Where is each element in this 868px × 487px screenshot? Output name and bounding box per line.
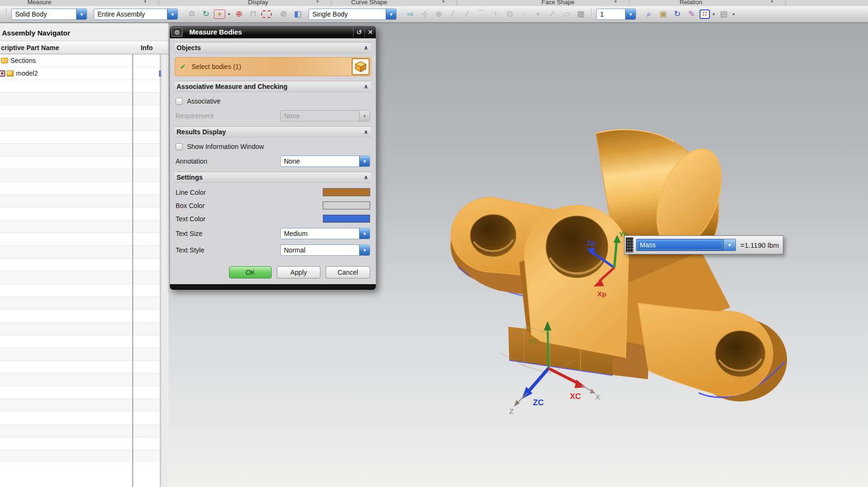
selection-scope-combo[interactable]: Single Body▾ (309, 9, 397, 20)
chevron-down-icon[interactable]: ▾ (386, 9, 396, 19)
scope-filter-combo-value[interactable]: Entire Assembly (94, 9, 167, 19)
eraser-brush-icon[interactable]: ✎ (685, 9, 698, 20)
text-color-swatch[interactable] (323, 215, 370, 223)
collapse-chevron-icon[interactable]: ∧ (363, 83, 369, 90)
ribbon-group-relation[interactable]: Relation▾ (629, 0, 786, 6)
column-divider[interactable] (133, 54, 133, 487)
associative-checkbox[interactable] (176, 98, 183, 105)
tree-row-label[interactable]: model2 (16, 70, 38, 77)
snap-face-icon[interactable]: ▱ (560, 9, 573, 20)
ribbon-group-face-shape[interactable]: Face Shape▾ (457, 0, 629, 6)
tree-column-header[interactable]: criptive Part Name Info (0, 41, 168, 54)
snap-pole-icon[interactable]: ↑ (489, 9, 502, 20)
show-info-window-checkbox[interactable] (176, 143, 183, 150)
text-style-dropdown[interactable]: Normal ▾ (280, 244, 370, 256)
wcs-yc-label: YC (528, 337, 538, 345)
scope-filter-combo[interactable]: Entire Assembly▾ (94, 9, 178, 20)
close-icon[interactable]: ✕ (364, 27, 376, 37)
snap-enable-arrow-icon[interactable]: ⇨ (404, 9, 416, 20)
layer-combo-value[interactable]: 1 (597, 9, 625, 19)
widget-drag-handle-icon[interactable] (626, 237, 633, 252)
body-select-cube-icon[interactable] (352, 58, 370, 75)
snap-curve-icon[interactable]: ⌒ (475, 9, 487, 20)
fit-view-grid-icon[interactable]: ∷ (700, 9, 710, 19)
ribbon-group-display[interactable]: Display▾ (159, 0, 331, 6)
add-component-icon[interactable]: + (214, 9, 225, 19)
chevron-down-icon[interactable]: ▾ (625, 9, 636, 19)
snap-point-icon[interactable]: ⊹ (418, 9, 431, 20)
measurement-type-value[interactable]: Mass (637, 239, 723, 251)
snap-existing-point-icon[interactable]: + (532, 9, 544, 20)
select-bodies-row[interactable]: ✔ Select bodies (1) (175, 57, 371, 76)
gear-icon[interactable]: ⚙ (171, 27, 183, 37)
results-section-header[interactable]: Results Display ∧ (175, 126, 371, 138)
line-color-swatch[interactable] (323, 188, 370, 196)
apply-button[interactable]: Apply (277, 266, 320, 278)
part-cube-icon (7, 70, 14, 77)
tree-row-model2[interactable]: model2 (0, 67, 168, 80)
reset-button[interactable]: ↺ (353, 27, 364, 37)
dialog-title-bar[interactable]: ⚙ Measure Bodies ↺ ✕ (170, 26, 376, 38)
column-part-name[interactable]: criptive Part Name (1, 44, 59, 52)
selection-scope-combo-value[interactable]: Single Body (309, 9, 386, 19)
ok-button[interactable]: OK (229, 266, 272, 278)
add-component-caret-icon[interactable]: ▾ (226, 9, 232, 20)
printer-icon[interactable]: ▤ (717, 9, 730, 20)
chevron-down-icon[interactable]: ▾ (316, 0, 319, 4)
chevron-down-icon[interactable]: ▾ (771, 0, 773, 4)
settings-section-header[interactable]: Settings ∧ (175, 172, 371, 183)
chevron-down-icon[interactable]: ▾ (359, 228, 370, 239)
measurement-type-combo[interactable]: Mass ▾ (636, 239, 736, 251)
snap-point-on-curve-icon[interactable]: ∕ (546, 9, 558, 20)
chevron-down-icon[interactable]: ▾ (76, 9, 87, 19)
column-divider[interactable] (160, 54, 160, 487)
collapse-chevron-icon[interactable]: ∧ (363, 129, 369, 135)
collapse-chevron-icon[interactable]: ∧ (363, 174, 369, 181)
chevron-down-icon[interactable]: ▾ (144, 0, 146, 4)
chevron-down-icon[interactable]: ▾ (442, 0, 444, 4)
printer-caret-icon[interactable]: ▾ (731, 9, 736, 20)
assembly-constraints-icon[interactable]: ⊓ (247, 9, 259, 20)
replace-component-icon[interactable]: ↻ (200, 9, 212, 20)
layer-combo[interactable]: 1▾ (596, 9, 636, 20)
snap-midpoint-icon[interactable]: ⊕ (433, 9, 445, 20)
associative-section-header[interactable]: Associative Measure and Checking ∧ (175, 81, 371, 92)
work-section-cube-icon[interactable]: ◧ (292, 9, 304, 20)
ribbon-group-curve-shape[interactable]: Curve Shape▾ (331, 0, 457, 6)
annotation-dropdown[interactable]: None ▾ (280, 156, 370, 167)
chevron-down-icon[interactable]: ▾ (614, 0, 617, 4)
box-color-swatch[interactable] (323, 201, 370, 209)
ribbon-group-measure[interactable]: Measure▾ (0, 0, 159, 6)
chevron-down-icon[interactable]: ▾ (167, 9, 177, 19)
chevron-down-icon[interactable]: ▾ (359, 245, 370, 255)
select-rectangle-icon[interactable] (261, 10, 272, 18)
type-filter-combo-value[interactable]: Solid Body (12, 9, 76, 19)
collapse-chevron-icon[interactable]: ∧ (363, 44, 369, 51)
snap-endpoint-icon[interactable]: ∕ (447, 9, 459, 20)
objects-section-header[interactable]: Objects ∧ (175, 42, 371, 53)
snap-quadrant-icon[interactable]: ◌ (518, 9, 530, 20)
refresh-icon[interactable]: ↻ (671, 9, 683, 20)
component-checkbox[interactable] (0, 70, 5, 77)
chevron-down-icon[interactable]: ▾ (723, 239, 735, 251)
panel-right-strip (161, 54, 168, 487)
snap-segment-icon[interactable]: ∕ (461, 9, 473, 20)
move-component-icon[interactable]: ⊕ (233, 9, 245, 20)
image-capture-icon[interactable]: ▣ (657, 9, 669, 20)
fit-view-caret-icon[interactable]: ▾ (711, 9, 717, 20)
tree-row-sections[interactable]: Sections (0, 54, 168, 67)
tree-row-label[interactable]: Sections (10, 57, 36, 64)
find-component-icon[interactable]: ⚙ (186, 9, 198, 20)
measurement-widget: Mass ▾ =1.1190 lbm (624, 235, 783, 254)
section-view-icon[interactable]: ⊘ (277, 9, 290, 20)
cancel-button[interactable]: Cancel (326, 266, 370, 278)
column-info[interactable]: Info (133, 44, 160, 52)
snap-arc-center-icon[interactable]: ⊙ (504, 9, 516, 20)
model-body[interactable] (451, 130, 787, 401)
snap-grid-icon[interactable]: ▦ (575, 9, 587, 20)
zoom-box-icon[interactable]: ⌕ (643, 9, 655, 20)
type-filter-combo[interactable]: Solid Body▾ (11, 9, 87, 20)
dialog-bottom-bar[interactable] (170, 284, 376, 290)
chevron-down-icon[interactable]: ▾ (359, 156, 370, 166)
text-size-dropdown[interactable]: Medium ▾ (280, 228, 370, 239)
